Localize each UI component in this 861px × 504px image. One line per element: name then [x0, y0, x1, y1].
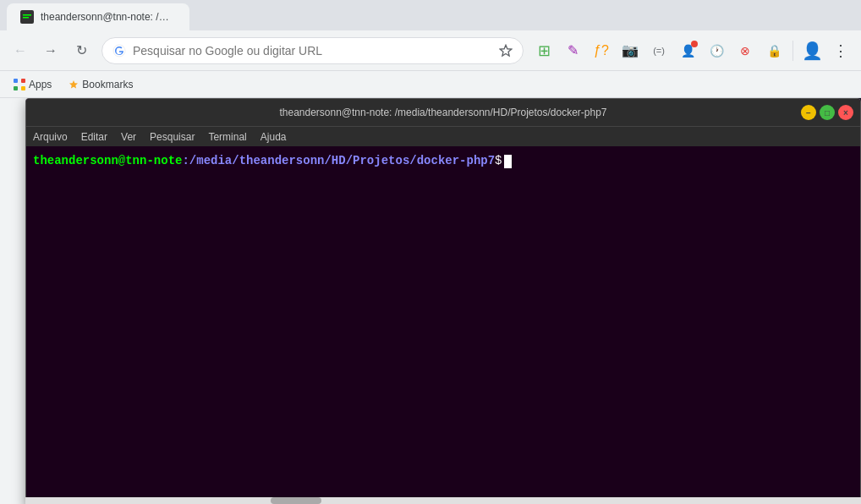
terminal-body[interactable]: theandersonn@tnn-note :/media/theanderso… [26, 146, 860, 504]
maximize-button[interactable]: □ [820, 105, 835, 120]
toolbar-divider [792, 41, 793, 61]
apps-grid-icon [14, 79, 25, 90]
menu-ajuda[interactable]: Ajuda [260, 131, 287, 143]
terminal-title: theandersonn@tnn-note: /media/theanderso… [279, 107, 606, 118]
menu-pesquisar[interactable]: Pesquisar [150, 131, 195, 143]
svg-rect-4 [14, 79, 18, 83]
extension-8-button[interactable]: ⊗ [732, 37, 759, 64]
menu-arquivo[interactable]: Arquivo [33, 131, 68, 143]
svg-rect-5 [21, 79, 25, 83]
active-tab[interactable]: theandersonn@tnn-note: /media/theanderso… [7, 3, 189, 30]
menu-editar[interactable]: Editar [81, 131, 107, 143]
prompt-path: :/media/theandersonn/HD/Projetos/docker-… [182, 153, 495, 170]
svg-rect-7 [21, 86, 25, 90]
chrome-browser: theandersonn@tnn-note: /media/theanderso… [0, 0, 861, 504]
main-content: Gmail Imagens A [0, 98, 861, 504]
terminal-cursor [504, 155, 512, 168]
terminal-window: theandersonn@tnn-note: /media/theanderso… [25, 98, 861, 504]
address-bar[interactable] [101, 37, 524, 64]
star-icon [69, 79, 79, 90]
extension-1-button[interactable]: ⊞ [530, 37, 557, 64]
tab-icon [20, 10, 34, 24]
prompt-symbol: $ [495, 153, 502, 170]
extension-2-button[interactable]: ✎ [559, 37, 586, 64]
toolbar: ← → ↻ ⊞ ✎ ƒ? 📷 (=) 👤 [0, 30, 861, 71]
svg-rect-2 [23, 17, 29, 19]
tab-title: theandersonn@tnn-note: /media/theanderso… [41, 11, 176, 23]
google-icon [112, 44, 126, 58]
minimize-button[interactable]: − [801, 105, 816, 120]
menu-button[interactable]: ⋮ [827, 37, 854, 64]
svg-rect-6 [14, 86, 18, 90]
tab-bar: theandersonn@tnn-note: /media/theanderso… [0, 0, 861, 30]
prompt-user: theandersonn@tnn-note [33, 153, 182, 170]
extension-4-button[interactable]: 📷 [617, 37, 644, 64]
terminal-menubar: Arquivo Editar Ver Pesquisar Terminal Aj… [26, 126, 860, 146]
address-input[interactable] [133, 44, 492, 58]
back-button[interactable]: ← [7, 37, 34, 64]
extension-5-button[interactable]: (=) [645, 37, 672, 64]
forward-button[interactable]: → [37, 37, 64, 64]
menu-ver[interactable]: Ver [121, 131, 136, 143]
bookmarks-item[interactable]: Bookmarks [62, 75, 140, 94]
extension-9-button[interactable]: 🔒 [760, 37, 787, 64]
toolbar-icons: ⊞ ✎ ƒ? 📷 (=) 👤 🕐 ⊗ 🔒 👤 ⋮ [530, 37, 854, 64]
bookmarks-bar: Apps Bookmarks [0, 71, 861, 98]
reload-button[interactable]: ↻ [68, 37, 95, 64]
extension-7-button[interactable]: 🕐 [703, 37, 730, 64]
extension-3-button[interactable]: ƒ? [588, 37, 615, 64]
favorite-icon[interactable] [499, 44, 513, 58]
apps-label: Apps [29, 79, 52, 90]
svg-rect-1 [23, 14, 31, 16]
profile-button[interactable]: 👤 [798, 37, 825, 64]
scrollbar-thumb[interactable] [271, 497, 321, 504]
apps-bookmark[interactable]: Apps [7, 75, 58, 94]
terminal-prompt-line: theandersonn@tnn-note :/media/theanderso… [33, 153, 853, 170]
bottom-scrollbar[interactable] [25, 497, 861, 504]
close-button[interactable]: × [838, 105, 853, 120]
terminal-controls: − □ × [801, 105, 853, 120]
menu-terminal[interactable]: Terminal [208, 131, 246, 143]
extension-6-button[interactable]: 👤 [674, 37, 701, 64]
terminal-titlebar: theandersonn@tnn-note: /media/theanderso… [26, 99, 860, 126]
bookmarks-label: Bookmarks [82, 79, 133, 90]
notification-badge [691, 41, 698, 47]
